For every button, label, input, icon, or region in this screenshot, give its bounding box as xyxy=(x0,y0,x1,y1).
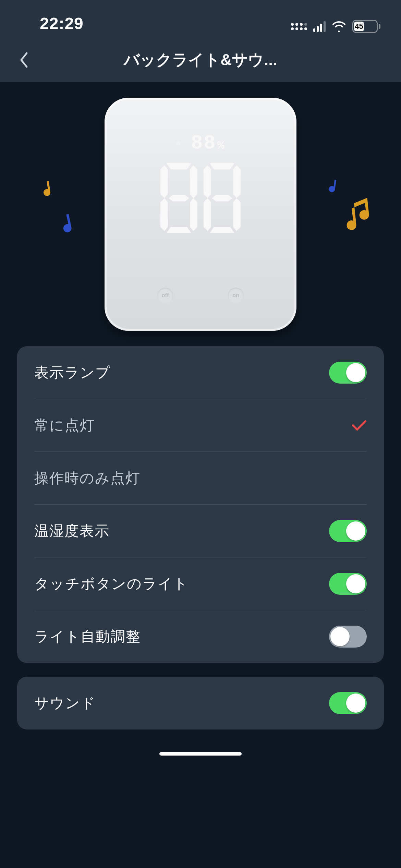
svg-marker-8 xyxy=(233,165,241,198)
svg-marker-7 xyxy=(210,163,234,169)
svg-marker-1 xyxy=(190,165,197,198)
touch-light-toggle[interactable] xyxy=(329,573,367,595)
device-humidity-unit: % xyxy=(218,139,225,152)
nav-bar: バックライト&サウ... xyxy=(0,38,401,82)
device-on-button-icon: on xyxy=(228,288,244,303)
indicator-lamp-label: 表示ランプ xyxy=(34,363,111,382)
back-button[interactable] xyxy=(14,50,34,70)
temp-humidity-toggle[interactable] xyxy=(329,520,367,542)
always-on-label: 常に点灯 xyxy=(34,416,95,435)
device-off-button-icon: off xyxy=(157,288,173,303)
indicator-dot-icon xyxy=(176,141,181,146)
status-time: 22:29 xyxy=(40,14,84,33)
on-operation-label: 操作時のみ点灯 xyxy=(34,469,141,488)
touch-light-label: タッチボタンのライト xyxy=(34,574,189,593)
device-body: 88% xyxy=(105,98,296,331)
svg-marker-0 xyxy=(167,163,191,169)
device-preview: 88% xyxy=(0,82,401,346)
temp-humidity-row[interactable]: 温湿度表示 xyxy=(34,505,367,557)
music-note-icon xyxy=(341,194,375,233)
sound-row[interactable]: サウンド xyxy=(34,677,367,730)
temp-humidity-label: 温湿度表示 xyxy=(34,521,110,541)
svg-marker-9 xyxy=(233,198,241,231)
indicator-lamp-row[interactable]: 表示ランプ xyxy=(34,346,367,399)
music-note-icon xyxy=(40,179,56,201)
auto-brightness-row[interactable]: ライト自動調整 xyxy=(34,610,367,663)
page-title: バックライト&サウ... xyxy=(124,49,277,71)
dual-sim-icon xyxy=(291,23,307,30)
svg-marker-10 xyxy=(210,227,234,233)
wifi-icon xyxy=(332,21,346,32)
seven-segment-digit xyxy=(158,161,199,235)
device-humidity-row: 88% xyxy=(176,132,225,154)
checkmark-icon xyxy=(352,419,367,432)
cellular-signal-icon xyxy=(313,21,326,32)
device-temp-digits xyxy=(158,161,243,235)
music-note-icon xyxy=(58,211,80,240)
on-operation-option[interactable]: 操作時のみ点灯 xyxy=(34,452,367,505)
home-indicator xyxy=(0,752,401,762)
svg-marker-3 xyxy=(167,227,191,233)
svg-marker-13 xyxy=(212,195,232,201)
indicator-lamp-toggle[interactable] xyxy=(329,362,367,384)
auto-brightness-label: ライト自動調整 xyxy=(34,627,141,646)
status-icons: 45 xyxy=(291,20,380,33)
seven-segment-digit xyxy=(202,161,243,235)
svg-marker-2 xyxy=(190,198,197,231)
music-note-icon xyxy=(326,178,340,197)
status-bar: 22:29 45 xyxy=(0,0,401,38)
sound-label: サウンド xyxy=(34,694,96,713)
auto-brightness-toggle[interactable] xyxy=(329,626,367,648)
device-humidity-value: 88 xyxy=(191,132,216,154)
svg-marker-4 xyxy=(160,198,168,231)
svg-marker-6 xyxy=(169,195,189,201)
touch-light-row[interactable]: タッチボタンのライト xyxy=(34,557,367,610)
display-settings-panel: 表示ランプ 常に点灯 操作時のみ点灯 温湿度表示 タッチボタンのライト ライト自… xyxy=(17,346,384,663)
battery-level: 45 xyxy=(355,22,363,31)
sound-settings-panel: サウンド xyxy=(17,677,384,730)
battery-icon: 45 xyxy=(352,20,380,33)
svg-marker-5 xyxy=(160,165,168,198)
svg-marker-12 xyxy=(204,165,211,198)
always-on-option[interactable]: 常に点灯 xyxy=(34,399,367,452)
sound-toggle[interactable] xyxy=(329,692,367,714)
svg-marker-11 xyxy=(204,198,211,231)
